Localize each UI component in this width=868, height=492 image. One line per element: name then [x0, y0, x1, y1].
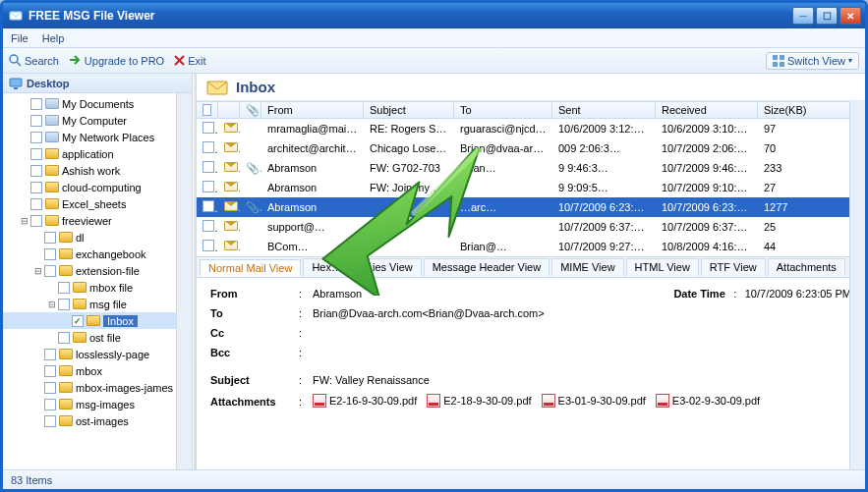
tree-item[interactable]: exchangebook [3, 246, 192, 262]
mail-row[interactable]: mramaglia@mai…RE: Rogers Stor…rguarasci@… [197, 119, 865, 138]
sidebar-scrollbar[interactable] [176, 93, 192, 469]
col-type-icon[interactable] [218, 102, 240, 118]
minimize-button[interactable]: ─ [792, 7, 814, 25]
tree-checkbox[interactable] [30, 198, 42, 210]
mail-to: rguarasci@njcd… [454, 123, 552, 135]
tab-properties-view[interactable]: …ies View [353, 258, 422, 276]
tree-root[interactable]: Desktop [3, 74, 192, 93]
menu-help[interactable]: Help [42, 32, 65, 44]
switch-view-button[interactable]: Switch View ▾ [766, 52, 859, 70]
collapse-icon[interactable]: ⊟ [32, 266, 44, 276]
tree-item[interactable]: Excel_sheets [3, 195, 192, 212]
mail-row-checkbox[interactable] [197, 161, 218, 175]
collapse-icon[interactable]: ⊟ [19, 216, 30, 226]
tree-item-label: mbox-images-james [76, 382, 173, 394]
tree-item[interactable]: My Documents [3, 95, 192, 112]
content-header: Inbox [197, 74, 865, 101]
tree-checkbox[interactable] [44, 349, 56, 360]
mail-row[interactable]: architect@archit…Chicago Loses 2…Brian@d… [197, 138, 865, 158]
tree-item[interactable]: ost file [3, 329, 192, 346]
tree-item[interactable]: mbox-images-james [3, 379, 192, 396]
mail-row-checkbox[interactable] [197, 181, 218, 194]
tree-item[interactable]: msg-images [3, 396, 192, 412]
tree-checkbox[interactable] [30, 165, 42, 177]
tree-checkbox[interactable] [44, 382, 56, 394]
detail-attachments-label: Attachments [210, 396, 299, 408]
tree-checkbox[interactable] [44, 399, 56, 410]
tree-checkbox[interactable] [44, 365, 56, 377]
tree-checkbox[interactable] [58, 332, 70, 344]
content-scrollbar[interactable] [849, 101, 865, 469]
mail-row[interactable]: AbramsonFW: Join my p…9 9:09:5…10/7/2009… [197, 178, 865, 197]
tree-item[interactable]: application [3, 145, 192, 162]
tree-checkbox[interactable] [30, 132, 42, 143]
menu-file[interactable]: File [11, 32, 29, 44]
tree-item[interactable]: Inbox [3, 312, 192, 329]
titlebar[interactable]: FREE MSG File Viewer ─ ☐ ✕ [3, 3, 865, 28]
tree-checkbox[interactable] [44, 248, 56, 260]
mail-row[interactable]: BCom…Brian@…10/7/2009 9:27:3…10/8/2009 4… [197, 237, 865, 256]
col-attachment-icon[interactable]: 📎 [240, 102, 261, 118]
attachment-file[interactable]: E2-18-9-30-09.pdf [427, 394, 531, 408]
mail-row-checkbox[interactable] [197, 141, 218, 155]
tree-checkbox[interactable] [44, 265, 56, 277]
attachment-file[interactable]: E3-02-9-30-09.pdf [656, 394, 760, 408]
attachment-file[interactable]: E3-01-9-30-09.pdf [542, 394, 646, 408]
tree-item-label: Ashish work [62, 165, 120, 177]
tree-item-label: dl [76, 232, 85, 244]
tree-item[interactable]: dl [3, 229, 192, 246]
tree-item[interactable]: ⊟extension-file [3, 262, 192, 279]
tree-checkbox[interactable] [44, 232, 56, 244]
col-from[interactable]: From [261, 102, 364, 118]
collapse-icon[interactable]: ⊟ [46, 300, 58, 309]
tab-message-header-view[interactable]: Message Header View [424, 258, 550, 276]
tab-html-view[interactable]: HTML View [626, 258, 699, 276]
detail-from-label: From [210, 288, 299, 300]
upgrade-button[interactable]: Upgrade to PRO [69, 54, 164, 67]
tree-checkbox[interactable] [30, 182, 42, 193]
mail-row-checkbox[interactable] [197, 220, 218, 234]
search-button[interactable]: Search [9, 54, 59, 67]
tree-checkbox[interactable] [58, 282, 70, 294]
detail-subject-label: Subject [210, 374, 299, 386]
tree-checkbox[interactable] [72, 315, 84, 327]
tree-item[interactable]: mbox [3, 362, 192, 379]
mail-row[interactable]: support@…10/7/2009 6:37:4…10/7/2009 6:37… [197, 217, 865, 237]
folder-tree[interactable]: My DocumentsMy ComputerMy Network Places… [3, 93, 192, 469]
tab-mime-view[interactable]: MIME View [551, 258, 623, 276]
tree-item[interactable]: mbox file [3, 279, 192, 296]
tree-item[interactable]: My Computer [3, 112, 192, 129]
tab-attachments[interactable]: Attachments [768, 258, 845, 276]
attachment-file[interactable]: E2-16-9-30-09.pdf [313, 394, 417, 408]
tree-checkbox[interactable] [30, 98, 42, 110]
mail-row[interactable]: 📎Abramson…arc…10/7/2009 6:23:0…10/7/2009… [197, 197, 865, 217]
tab-rtf-view[interactable]: RTF View [701, 258, 766, 276]
mail-row-checkbox[interactable] [197, 122, 218, 136]
tab-normal-mail-view[interactable]: Normal Mail View [200, 259, 301, 277]
tree-item[interactable]: ⊟freeviewer [3, 212, 192, 229]
maximize-button[interactable]: ☐ [816, 7, 838, 25]
tree-item[interactable]: Ashish work [3, 162, 192, 179]
tree-checkbox[interactable] [30, 115, 42, 127]
tree-item[interactable]: My Network Places [3, 129, 192, 145]
tree-item[interactable]: ⊟msg file [3, 296, 192, 312]
tab-hex-view[interactable]: Hex… [303, 258, 351, 276]
col-subject[interactable]: Subject [364, 102, 454, 118]
col-checkbox[interactable] [197, 102, 218, 118]
mail-row-checkbox[interactable] [197, 240, 218, 253]
col-to[interactable]: To [454, 102, 552, 118]
mail-row-checkbox[interactable] [197, 200, 218, 214]
tree-item[interactable]: cloud-computing [3, 179, 192, 195]
mail-row[interactable]: 📎AbramsonFW: G702-703Brian…9 9:46:3…10/7… [197, 158, 865, 178]
tree-checkbox[interactable] [44, 415, 56, 427]
tree-checkbox[interactable] [58, 299, 70, 310]
col-sent[interactable]: Sent [552, 102, 656, 118]
col-received[interactable]: Received [656, 102, 758, 118]
tree-checkbox[interactable] [30, 215, 42, 227]
close-button[interactable]: ✕ [839, 7, 861, 25]
tree-item[interactable]: losslessly-page [3, 346, 192, 362]
exit-button[interactable]: Exit [174, 55, 205, 67]
tree-checkbox[interactable] [30, 148, 42, 160]
tree-item[interactable]: ost-images [3, 412, 192, 429]
mail-to: Brian@dvaa-arc… [454, 142, 552, 154]
